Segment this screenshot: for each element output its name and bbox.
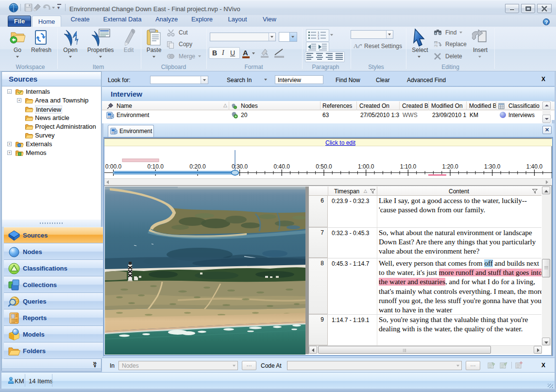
svg-text:3: 3 <box>318 37 320 40</box>
svg-text:1:20.0: 1:20.0 <box>442 163 458 170</box>
svg-text:0:40.0: 0:40.0 <box>274 163 290 170</box>
svg-text:A: A <box>354 42 358 50</box>
svg-text:0:50.0: 0:50.0 <box>316 163 332 170</box>
svg-text:0:30.0: 0:30.0 <box>232 163 248 170</box>
svg-text:0:10.0: 0:10.0 <box>148 163 164 170</box>
svg-text:1:00.0: 1:00.0 <box>358 163 374 170</box>
svg-text:0:00.0: 0:00.0 <box>105 163 122 170</box>
svg-text:1:30.0: 1:30.0 <box>484 163 501 170</box>
svg-text:0:20.0: 0:20.0 <box>189 163 206 170</box>
svg-text:1:40.0: 1:40.0 <box>526 163 543 170</box>
svg-text:ac: ac <box>435 45 438 48</box>
svg-text:1:10.0: 1:10.0 <box>400 163 417 170</box>
svg-text:ab: ab <box>435 41 438 44</box>
